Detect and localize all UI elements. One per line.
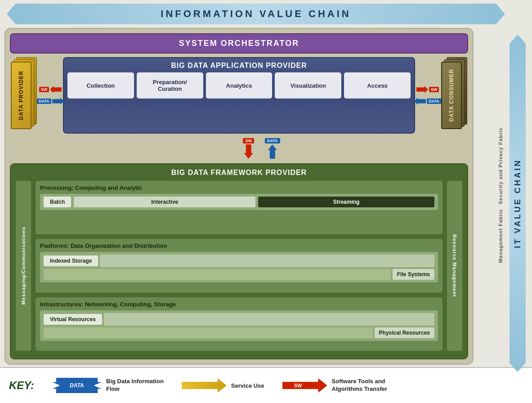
right-red-arrow-shape: [416, 86, 428, 93]
app-box-collection-label: Collection: [86, 82, 115, 89]
key-data-description: Big Data InformationFlow: [106, 378, 164, 393]
app-provider-row: DATA PROVIDER SW DATA: [10, 57, 468, 134]
data-label-box-right: DATA: [427, 99, 441, 104]
book-layer-3: DATA PROVIDER: [11, 62, 31, 129]
data-provider-col: DATA PROVIDER: [10, 57, 38, 134]
app-provider-inner: BIG DATA APPLICATION PROVIDER Collection…: [63, 57, 415, 134]
app-box-access-label: Access: [367, 82, 388, 89]
banner-arrow-shape: INFORMATION VALUE CHAIN: [7, 4, 505, 24]
sw-right-arrow: SW: [416, 86, 439, 93]
framework-title-label: BIG DATA FRAMEWORK PROVIDER: [171, 169, 307, 176]
app-box-preparation-label: Preparation/ Curation: [153, 79, 187, 92]
key-service-item: Service Use: [182, 378, 264, 393]
data-provider-label: DATA PROVIDER: [18, 71, 24, 120]
key-label: KEY:: [9, 379, 34, 392]
virtual-resources-row: Virtual Resources: [44, 313, 434, 326]
data-consumer-label: DATA CONSUMER: [448, 69, 455, 121]
indexed-storage-item: Indexed Storage: [44, 255, 98, 266]
interactive-item: Interactive: [74, 197, 255, 207]
resource-label: Resource Management: [452, 234, 457, 297]
processing-panel: Processing: Computing and Analytic Batch…: [35, 180, 443, 235]
app-box-collection: Collection: [67, 72, 134, 99]
infra-title: Infrastructures: Networking, Computing, …: [40, 301, 438, 308]
system-orchestrator-box: SYSTEM ORCHESTRATOR: [10, 33, 468, 54]
framework-panels: Processing: Computing and Analytic Batch…: [35, 180, 443, 351]
app-boxes-row: Collection Preparation/ Curation Analyti…: [67, 72, 411, 99]
data-consumer-col: DATA CONSUMER: [440, 57, 468, 134]
left-red-arrow: [50, 86, 62, 93]
right-arrows: SW DATA: [418, 57, 438, 134]
data-down-arrow: DATA: [265, 138, 280, 159]
sw-down-arrow: SW: [243, 138, 254, 159]
key-data-item: DATA Big Data InformationFlow: [52, 378, 164, 393]
streaming-item: Streaming: [258, 197, 434, 207]
framework-title-text: BIG DATA FRAMEWORK PROVIDER: [15, 169, 463, 177]
key-data-arrow: DATA: [52, 378, 102, 393]
info-value-chain-banner: INFORMATION VALUE CHAIN: [0, 0, 532, 28]
app-box-visualization-label: Visualization: [291, 82, 326, 89]
infra-panel: Infrastructures: Networking, Computing, …: [35, 297, 443, 351]
app-box-preparation: Preparation/ Curation: [137, 72, 203, 99]
platforms-title: Platforms: Data Organization and Distrib…: [40, 242, 438, 249]
app-box-analytics-label: Analytics: [226, 82, 252, 89]
left-blue-arrow-shape: [414, 98, 426, 105]
management-fabric-label: Management Fabric: [498, 209, 503, 263]
sw-label-right: SW: [429, 87, 439, 92]
data-right-arrow: DATA: [37, 98, 64, 105]
it-value-chain-area: IT VALUE CHAIN: [508, 28, 528, 379]
messaging-col: Messaging/Communications: [15, 180, 31, 351]
data-provider-stacked: DATA PROVIDER: [11, 57, 37, 134]
framework-inner-row: Messaging/Communications Processing: Com…: [15, 180, 463, 351]
app-box-access: Access: [344, 72, 411, 99]
it-value-chain-text: IT VALUE CHAIN: [513, 159, 523, 248]
processing-inner: Batch Interactive Streaming: [40, 194, 438, 210]
outer-container: SYSTEM ORCHESTRATOR DATA PROVIDER: [4, 28, 474, 365]
physical-resources-bar: [44, 327, 373, 338]
platforms-inner: Indexed Storage File Systems: [40, 252, 438, 282]
infra-inner: Virtual Resources Physical Resources: [40, 310, 438, 341]
page-wrapper: INFORMATION VALUE CHAIN SYSTEM ORCHESTRA…: [0, 0, 532, 403]
data-label-box: DATA: [37, 99, 51, 104]
key-section: KEY: DATA Big Data InformationFlow Servi…: [0, 367, 532, 403]
data-vert-label: DATA: [265, 138, 280, 143]
vertical-arrows-row: SW DATA: [55, 137, 468, 160]
key-red-arrow-shape: [282, 378, 327, 393]
messaging-label: Messaging/Communications: [21, 227, 26, 304]
main-content-row: SYSTEM ORCHESTRATOR DATA PROVIDER: [0, 28, 532, 367]
key-gold-arrow: [182, 378, 227, 393]
platforms-panel: Platforms: Data Organization and Distrib…: [35, 238, 443, 293]
physical-resources-item: Physical Resources: [375, 327, 434, 338]
batch-item: Batch: [44, 197, 71, 207]
file-systems-item: File Systems: [393, 269, 434, 280]
banner-title: INFORMATION VALUE CHAIN: [161, 8, 351, 20]
virtual-resources-item: Virtual Resources: [44, 314, 102, 325]
indexed-storage-row: Indexed Storage: [44, 255, 434, 267]
key-sw-arrow-text: SW: [294, 383, 302, 388]
file-systems-bar: [44, 269, 391, 280]
right-side-area: Security and Privacy Fabric Management F…: [478, 28, 528, 365]
key-sw-description: Software Tools andAlgorithms Transfer: [332, 378, 388, 393]
indexed-storage-bar: [100, 255, 434, 267]
consumer-layer-3: DATA CONSUMER: [441, 62, 462, 129]
resource-col: Resource Management: [447, 180, 463, 351]
security-privacy-label-area: Security and Privacy Fabric Management F…: [498, 28, 503, 363]
sw-vert-label: SW: [243, 138, 254, 143]
data-down-shape: [268, 144, 277, 159]
key-data-arrow-text: DATA: [70, 382, 84, 389]
app-provider-title-text: BIG DATA APPLICATION PROVIDER: [171, 62, 307, 69]
processing-title: Processing: Computing and Analytic: [40, 184, 438, 191]
physical-resources-row: Physical Resources: [44, 327, 434, 338]
key-sw-item: SW Software Tools andAlgorithms Transfer: [282, 378, 388, 393]
app-provider-title: BIG DATA APPLICATION PROVIDER: [67, 62, 411, 70]
right-blue-arrow: [52, 98, 64, 105]
data-consumer-stacked: DATA CONSUMER: [441, 57, 467, 134]
key-service-description: Service Use: [231, 382, 264, 389]
app-box-analytics: Analytics: [206, 72, 273, 99]
app-box-visualization: Visualization: [275, 72, 341, 99]
left-arrows: SW DATA: [40, 57, 60, 134]
file-systems-row: File Systems: [44, 269, 434, 280]
framework-provider: BIG DATA FRAMEWORK PROVIDER Messaging/Co…: [10, 163, 468, 359]
key-red-arrow: SW: [282, 378, 327, 393]
virtual-resources-bar: [104, 313, 434, 326]
data-left-arrow: DATA: [414, 98, 441, 105]
